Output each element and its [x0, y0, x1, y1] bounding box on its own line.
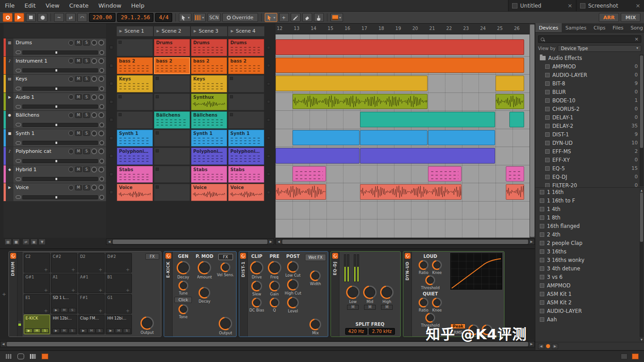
split-freq-high-value[interactable]: 2.70 kHz: [369, 328, 395, 335]
solo-button[interactable]: S: [83, 149, 90, 154]
pad-mute-button[interactable]: M: [88, 328, 95, 333]
scroll-left-icon[interactable]: ◀: [0, 341, 6, 347]
volume-fader[interactable]: [22, 105, 98, 109]
power-button[interactable]: [3, 13, 13, 22]
clip-slot[interactable]: Bällchens: [154, 111, 190, 129]
device-dist1[interactable]: DIST-1 CLIP Drive Slew DC Bias PRE Freq …: [239, 251, 329, 337]
device-power-icon[interactable]: [405, 253, 411, 259]
close-icon[interactable]: ×: [568, 2, 572, 9]
scene-header-scene-3[interactable]: ▶Scene 3: [191, 26, 227, 36]
scroll-left-icon[interactable]: ◀: [276, 239, 282, 244]
browser-tab-song[interactable]: Song: [627, 23, 644, 32]
window-tab-untitled[interactable]: Untitled×: [508, 0, 576, 11]
folder-audio-effects[interactable]: Audio Effects: [535, 54, 644, 62]
high-band-knob[interactable]: [380, 286, 394, 299]
mute-button[interactable]: M: [75, 58, 82, 63]
track-knob[interactable]: [91, 40, 97, 46]
pad-play-icon[interactable]: ▶: [25, 328, 33, 333]
device-item-ampmod[interactable]: AMPMOD0: [535, 62, 644, 71]
record-arm-button[interactable]: [68, 94, 74, 100]
device-drum[interactable]: DRUM C2+C#2+D2+D#2+G#1+A1+A#1+B1+E1+SD 1…: [8, 251, 161, 337]
arranger-clip[interactable]: [292, 94, 428, 109]
groove-button[interactable]: ▾: [193, 13, 206, 22]
clip-slot[interactable]: Keys: [191, 75, 227, 93]
device-eqdj[interactable]: EQ-DJ LowM MidM HighM SPLIT FREQ 420 Hz …: [330, 251, 401, 337]
device-ekick[interactable]: E-KICK GEN Decay Tune Click Tone P. MOD …: [164, 251, 237, 337]
arranger-clip[interactable]: [360, 148, 495, 164]
mid-mute-button[interactable]: M: [364, 305, 376, 310]
fx-tab[interactable]: FX: [218, 254, 233, 260]
arranger-clip[interactable]: [506, 184, 524, 200]
close-icon[interactable]: ×: [636, 2, 640, 9]
quiet-threshold-knob[interactable]: [425, 313, 435, 323]
track-knob[interactable]: [98, 58, 104, 64]
clip-stop-button[interactable]: [106, 183, 117, 202]
mute-button[interactable]: M: [75, 94, 82, 100]
record-arm-button[interactable]: [68, 58, 74, 63]
scroll-mode-icon[interactable]: ▼: [38, 239, 46, 245]
clip-slot[interactable]: Drums: [228, 39, 264, 56]
preset-item-3-4th-detune[interactable]: 3 4th detune: [535, 264, 644, 273]
arranger-clip[interactable]: [360, 112, 495, 127]
override-button[interactable]: Override: [222, 13, 258, 22]
clip-slot[interactable]: bass 2: [154, 57, 190, 75]
width-knob[interactable]: [310, 270, 321, 281]
track-synth-1[interactable]: ■Synth 1MS: [4, 129, 106, 147]
scene-stop-cell[interactable]: [265, 93, 271, 111]
arranger-clip[interactable]: [360, 184, 461, 200]
pad-solo-button[interactable]: S: [123, 328, 131, 333]
clip-slot[interactable]: [228, 75, 264, 93]
track-knob[interactable]: [98, 112, 104, 118]
arranger-view-button[interactable]: ARR: [599, 13, 619, 22]
pad-solo-button[interactable]: S: [41, 328, 49, 333]
clear-search-icon[interactable]: ×: [635, 36, 639, 42]
track-voice[interactable]: ▶VoiceMS: [4, 183, 106, 202]
loud-threshold-knob[interactable]: [425, 275, 435, 285]
volume-fader[interactable]: [22, 159, 98, 163]
page-right-icon[interactable]: ▶: [552, 344, 558, 349]
gain-knob[interactable]: [269, 281, 280, 291]
clip-stop-button[interactable]: [106, 111, 117, 129]
amount-knob[interactable]: [198, 261, 211, 274]
clip-slot[interactable]: Synthux: [191, 93, 227, 111]
clip-slot[interactable]: [228, 111, 264, 129]
drum-pad-f-1[interactable]: F#1+: [78, 294, 105, 314]
time-signature-display[interactable]: 4/4: [155, 13, 172, 22]
arranger-clip[interactable]: [275, 58, 524, 73]
clip-slot[interactable]: [117, 93, 153, 111]
scroll-left-icon[interactable]: ◀: [106, 239, 112, 244]
clip-slot[interactable]: Stabs: [191, 166, 227, 183]
solo-button[interactable]: S: [83, 94, 90, 100]
preset-item-1-16th-to-f[interactable]: 1 16th to F: [535, 196, 644, 205]
solo-button[interactable]: S: [83, 40, 90, 46]
arranger-clip[interactable]: [292, 130, 360, 146]
scene-stop-cell[interactable]: [265, 129, 271, 147]
device-list-scrollbar[interactable]: [640, 55, 644, 186]
arranger-clip[interactable]: [506, 166, 524, 182]
clip-stop-button[interactable]: [106, 165, 117, 184]
preset-item-asm-kit-2[interactable]: ASM Kit 2: [535, 298, 644, 307]
drum-pad-g-1[interactable]: G#1+: [24, 274, 50, 293]
mute-button[interactable]: M: [75, 40, 82, 46]
arranger-clip[interactable]: [275, 39, 524, 55]
solo-button[interactable]: S: [83, 113, 90, 118]
q-knob[interactable]: [270, 298, 280, 307]
tone-knob[interactable]: [178, 304, 188, 314]
solo-button[interactable]: S: [83, 185, 90, 190]
add-device-strip[interactable]: +: [2, 251, 6, 337]
device-item-delay-1[interactable]: DELAY-10: [535, 113, 644, 122]
wet-fx-box[interactable]: Wet FX: [305, 254, 326, 261]
launcher-grid-toggle-icon[interactable]: ▦: [4, 239, 12, 245]
pan-knob[interactable]: [99, 195, 104, 200]
add-icon[interactable]: +: [126, 288, 130, 293]
preset-item-16th-flanged[interactable]: 16th flanged: [535, 222, 644, 230]
pan-knob[interactable]: [99, 68, 104, 73]
scene-stop-cell[interactable]: [265, 147, 271, 165]
scene-stop-cell[interactable]: [265, 38, 271, 57]
record-arm-button[interactable]: [68, 130, 74, 136]
solo-button[interactable]: S: [83, 130, 90, 136]
scene-stop-cell[interactable]: [265, 111, 271, 129]
loop-button[interactable]: ⇄: [66, 13, 76, 22]
add-icon[interactable]: +: [44, 288, 48, 293]
scroll-up-icon[interactable]: ▲: [640, 188, 644, 192]
